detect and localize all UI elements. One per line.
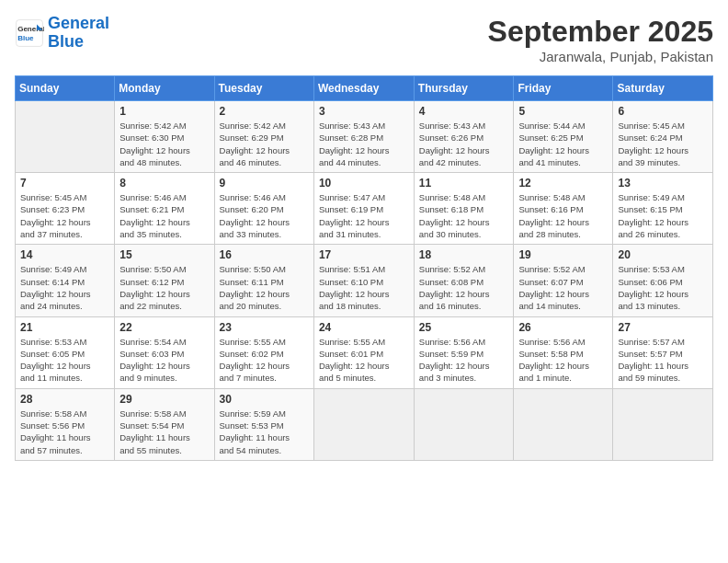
day-number: 2 bbox=[220, 105, 309, 118]
day-info: Sunrise: 5:52 AM Sunset: 6:08 PM Dayligh… bbox=[419, 263, 509, 312]
day-number: 21 bbox=[20, 321, 109, 334]
calendar-cell: 30Sunrise: 5:59 AM Sunset: 5:53 PM Dayli… bbox=[214, 388, 313, 460]
calendar-cell: 10Sunrise: 5:47 AM Sunset: 6:19 PM Dayli… bbox=[313, 173, 414, 245]
calendar-cell: 19Sunrise: 5:52 AM Sunset: 6:07 PM Dayli… bbox=[514, 245, 613, 316]
calendar-cell bbox=[414, 388, 514, 460]
location-subtitle: Jaranwala, Punjab, Pakistan bbox=[488, 49, 713, 64]
day-info: Sunrise: 5:48 AM Sunset: 6:18 PM Dayligh… bbox=[419, 191, 509, 240]
day-info: Sunrise: 5:45 AM Sunset: 6:24 PM Dayligh… bbox=[618, 120, 708, 168]
day-info: Sunrise: 5:49 AM Sunset: 6:14 PM Dayligh… bbox=[20, 263, 109, 312]
calendar-cell: 15Sunrise: 5:50 AM Sunset: 6:12 PM Dayli… bbox=[115, 245, 214, 316]
day-info: Sunrise: 5:49 AM Sunset: 6:15 PM Dayligh… bbox=[618, 191, 708, 240]
month-title: September 2025 bbox=[488, 15, 713, 49]
day-number: 11 bbox=[419, 177, 509, 190]
calendar-cell bbox=[514, 388, 613, 460]
calendar-cell: 17Sunrise: 5:51 AM Sunset: 6:10 PM Dayli… bbox=[313, 245, 414, 316]
weekday-header: Friday bbox=[514, 76, 613, 101]
day-info: Sunrise: 5:56 AM Sunset: 5:58 PM Dayligh… bbox=[518, 336, 608, 385]
day-number: 13 bbox=[618, 177, 708, 190]
calendar-cell: 7Sunrise: 5:45 AM Sunset: 6:23 PM Daylig… bbox=[16, 173, 115, 245]
day-number: 20 bbox=[618, 248, 708, 261]
calendar-cell: 3Sunrise: 5:43 AM Sunset: 6:28 PM Daylig… bbox=[313, 101, 414, 173]
day-info: Sunrise: 5:43 AM Sunset: 6:26 PM Dayligh… bbox=[419, 120, 509, 168]
logo-icon: General Blue bbox=[15, 18, 44, 48]
day-number: 16 bbox=[220, 248, 309, 261]
calendar-cell: 12Sunrise: 5:48 AM Sunset: 6:16 PM Dayli… bbox=[514, 173, 613, 245]
day-number: 17 bbox=[319, 248, 409, 261]
day-info: Sunrise: 5:50 AM Sunset: 6:12 PM Dayligh… bbox=[119, 263, 209, 312]
day-info: Sunrise: 5:48 AM Sunset: 6:16 PM Dayligh… bbox=[518, 191, 608, 240]
day-info: Sunrise: 5:47 AM Sunset: 6:19 PM Dayligh… bbox=[319, 191, 409, 240]
day-number: 25 bbox=[419, 321, 509, 334]
day-info: Sunrise: 5:50 AM Sunset: 6:11 PM Dayligh… bbox=[220, 263, 309, 312]
calendar-cell bbox=[613, 388, 713, 460]
calendar-cell: 6Sunrise: 5:45 AM Sunset: 6:24 PM Daylig… bbox=[613, 101, 713, 173]
day-info: Sunrise: 5:55 AM Sunset: 6:02 PM Dayligh… bbox=[220, 336, 309, 385]
title-block: September 2025 Jaranwala, Punjab, Pakist… bbox=[488, 15, 713, 64]
day-info: Sunrise: 5:54 AM Sunset: 6:03 PM Dayligh… bbox=[119, 336, 209, 385]
weekday-header: Monday bbox=[115, 76, 214, 101]
day-info: Sunrise: 5:46 AM Sunset: 6:20 PM Dayligh… bbox=[220, 191, 309, 240]
calendar-cell: 27Sunrise: 5:57 AM Sunset: 5:57 PM Dayli… bbox=[613, 316, 713, 388]
svg-text:Blue: Blue bbox=[17, 34, 34, 42]
calendar-cell bbox=[16, 101, 115, 173]
day-info: Sunrise: 5:57 AM Sunset: 5:57 PM Dayligh… bbox=[618, 336, 708, 385]
day-number: 4 bbox=[419, 105, 509, 118]
day-number: 15 bbox=[119, 248, 209, 261]
calendar-table: SundayMondayTuesdayWednesdayThursdayFrid… bbox=[15, 75, 713, 461]
weekday-header: Thursday bbox=[414, 76, 514, 101]
calendar-header-row: SundayMondayTuesdayWednesdayThursdayFrid… bbox=[16, 76, 713, 101]
calendar-cell: 22Sunrise: 5:54 AM Sunset: 6:03 PM Dayli… bbox=[115, 316, 214, 388]
calendar-cell: 26Sunrise: 5:56 AM Sunset: 5:58 PM Dayli… bbox=[514, 316, 613, 388]
day-number: 29 bbox=[119, 393, 209, 406]
day-number: 28 bbox=[20, 393, 109, 406]
calendar-week-row: 1Sunrise: 5:42 AM Sunset: 6:30 PM Daylig… bbox=[16, 101, 713, 173]
calendar-cell: 29Sunrise: 5:58 AM Sunset: 5:54 PM Dayli… bbox=[115, 388, 214, 460]
weekday-header: Saturday bbox=[613, 76, 713, 101]
calendar-week-row: 7Sunrise: 5:45 AM Sunset: 6:23 PM Daylig… bbox=[16, 173, 713, 245]
day-info: Sunrise: 5:43 AM Sunset: 6:28 PM Dayligh… bbox=[319, 120, 409, 168]
day-number: 23 bbox=[220, 321, 309, 334]
calendar-cell: 13Sunrise: 5:49 AM Sunset: 6:15 PM Dayli… bbox=[613, 173, 713, 245]
day-number: 8 bbox=[119, 177, 209, 190]
calendar-cell: 8Sunrise: 5:46 AM Sunset: 6:21 PM Daylig… bbox=[115, 173, 214, 245]
day-number: 12 bbox=[518, 177, 608, 190]
calendar-cell: 18Sunrise: 5:52 AM Sunset: 6:08 PM Dayli… bbox=[414, 245, 514, 316]
calendar-week-row: 28Sunrise: 5:58 AM Sunset: 5:56 PM Dayli… bbox=[16, 388, 713, 460]
calendar-week-row: 21Sunrise: 5:53 AM Sunset: 6:05 PM Dayli… bbox=[16, 316, 713, 388]
calendar-cell: 9Sunrise: 5:46 AM Sunset: 6:20 PM Daylig… bbox=[214, 173, 313, 245]
day-number: 30 bbox=[220, 393, 309, 406]
day-info: Sunrise: 5:53 AM Sunset: 6:05 PM Dayligh… bbox=[20, 336, 109, 385]
day-info: Sunrise: 5:44 AM Sunset: 6:25 PM Dayligh… bbox=[518, 120, 608, 168]
logo: General Blue GeneralBlue bbox=[15, 15, 109, 52]
day-info: Sunrise: 5:46 AM Sunset: 6:21 PM Dayligh… bbox=[119, 191, 209, 240]
day-number: 24 bbox=[319, 321, 409, 334]
day-number: 19 bbox=[518, 248, 608, 261]
calendar-cell: 1Sunrise: 5:42 AM Sunset: 6:30 PM Daylig… bbox=[115, 101, 214, 173]
day-number: 7 bbox=[20, 177, 109, 190]
day-number: 26 bbox=[518, 321, 608, 334]
day-info: Sunrise: 5:45 AM Sunset: 6:23 PM Dayligh… bbox=[20, 191, 109, 240]
weekday-header: Tuesday bbox=[214, 76, 313, 101]
calendar-cell: 14Sunrise: 5:49 AM Sunset: 6:14 PM Dayli… bbox=[16, 245, 115, 316]
calendar-cell: 11Sunrise: 5:48 AM Sunset: 6:18 PM Dayli… bbox=[414, 173, 514, 245]
calendar-cell: 20Sunrise: 5:53 AM Sunset: 6:06 PM Dayli… bbox=[613, 245, 713, 316]
logo-text: GeneralBlue bbox=[48, 15, 109, 52]
day-number: 18 bbox=[419, 248, 509, 261]
calendar-cell: 5Sunrise: 5:44 AM Sunset: 6:25 PM Daylig… bbox=[514, 101, 613, 173]
calendar-week-row: 14Sunrise: 5:49 AM Sunset: 6:14 PM Dayli… bbox=[16, 245, 713, 316]
calendar-cell: 2Sunrise: 5:42 AM Sunset: 6:29 PM Daylig… bbox=[214, 101, 313, 173]
weekday-header: Wednesday bbox=[313, 76, 414, 101]
day-info: Sunrise: 5:52 AM Sunset: 6:07 PM Dayligh… bbox=[518, 263, 608, 312]
day-number: 27 bbox=[618, 321, 708, 334]
day-info: Sunrise: 5:53 AM Sunset: 6:06 PM Dayligh… bbox=[618, 263, 708, 312]
day-number: 5 bbox=[518, 105, 608, 118]
day-info: Sunrise: 5:55 AM Sunset: 6:01 PM Dayligh… bbox=[319, 336, 409, 385]
calendar-cell: 25Sunrise: 5:56 AM Sunset: 5:59 PM Dayli… bbox=[414, 316, 514, 388]
calendar-cell: 23Sunrise: 5:55 AM Sunset: 6:02 PM Dayli… bbox=[214, 316, 313, 388]
day-info: Sunrise: 5:59 AM Sunset: 5:53 PM Dayligh… bbox=[220, 408, 309, 456]
day-info: Sunrise: 5:42 AM Sunset: 6:30 PM Dayligh… bbox=[119, 120, 209, 168]
day-number: 3 bbox=[319, 105, 409, 118]
calendar-cell: 24Sunrise: 5:55 AM Sunset: 6:01 PM Dayli… bbox=[313, 316, 414, 388]
calendar-cell: 16Sunrise: 5:50 AM Sunset: 6:11 PM Dayli… bbox=[214, 245, 313, 316]
